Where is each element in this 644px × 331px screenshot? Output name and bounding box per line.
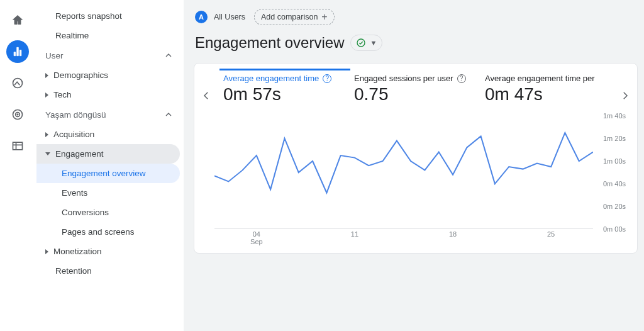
caret-icon xyxy=(45,152,50,155)
audience-label[interactable]: All Users xyxy=(213,10,249,24)
help-icon[interactable]: ? xyxy=(457,74,466,83)
scroll-right-button[interactable] xyxy=(616,90,635,101)
sidebar-item[interactable]: Retention xyxy=(36,261,180,281)
check-circle-icon xyxy=(356,38,366,48)
caret-icon xyxy=(45,269,50,274)
sidebar-item-label: Monetization xyxy=(53,247,174,256)
metric-title: Average engagement time per xyxy=(485,74,608,83)
caret-icon xyxy=(45,249,48,254)
sidebar-item-label: Retention xyxy=(55,266,174,276)
metric-title: Engaged sessions per user? xyxy=(354,74,477,83)
metrics-card: Average engagement time?0m 57sEngaged se… xyxy=(194,63,638,254)
svg-point-7 xyxy=(357,39,365,47)
engagement-chart: 0m 00s0m 20s0m 40s1m 00s1m 20s1m 40s 04S… xyxy=(214,116,593,242)
explore-icon[interactable] xyxy=(6,72,29,94)
home-icon[interactable] xyxy=(6,9,29,31)
sidebar-section[interactable]: Yaşam döngüsü xyxy=(36,104,180,125)
audience-badge[interactable]: A xyxy=(195,11,208,23)
sidebar-item-label: Engagement overview xyxy=(62,169,174,178)
nav-rail xyxy=(0,0,35,331)
sidebar-item-label: Realtime xyxy=(55,31,174,40)
y-axis-ticks: 0m 00s0m 20s0m 40s1m 00s1m 20s1m 40s xyxy=(596,116,626,229)
sidebar-item[interactable]: Demographics xyxy=(36,65,180,85)
add-comparison-label: Add comparison xyxy=(261,13,318,21)
sidebar-item-label: Acquisition xyxy=(53,130,174,139)
sidebar-item-label: Pages and screens xyxy=(62,227,174,237)
x-tick-label: 18 xyxy=(449,230,457,238)
x-tick-label: 25 xyxy=(547,230,555,238)
sidebar-item[interactable]: Monetization xyxy=(36,242,180,261)
x-tick-label: 04Sep xyxy=(250,230,263,245)
main-content: A All Users Add comparison + Engagement … xyxy=(184,0,644,331)
configure-icon[interactable] xyxy=(6,135,29,157)
caret-icon xyxy=(45,93,48,98)
page-title-row: Engagement overview ▼ xyxy=(184,30,644,63)
metric-tab[interactable]: Average engagement time per0m 47s xyxy=(481,69,612,111)
chevron-up-icon xyxy=(164,109,174,120)
x-axis-ticks: 04Sep111825 xyxy=(214,230,593,244)
sidebar-sub-item[interactable]: Engagement overview xyxy=(36,164,180,183)
sidebar-item-label: Events xyxy=(62,188,174,198)
y-tick-label: 1m 40s xyxy=(603,112,626,120)
sidebar-sub-item[interactable]: Conversions xyxy=(36,203,180,222)
metric-tab[interactable]: Engaged sessions per user?0.75 xyxy=(350,69,481,111)
metric-tab[interactable]: Average engagement time?0m 57s xyxy=(219,69,350,111)
metric-value: 0.75 xyxy=(354,84,477,104)
sidebar-item-label: Reports snapshot xyxy=(55,11,174,21)
metric-value: 0m 57s xyxy=(223,84,347,104)
sidebar-item[interactable]: Acquisition xyxy=(36,125,180,144)
audience-bar: A All Users Add comparison + xyxy=(184,0,644,30)
sidebar-item-label: Demographics xyxy=(53,70,174,80)
caret-icon xyxy=(45,73,48,78)
metric-title: Average engagement time? xyxy=(223,74,347,83)
metric-value: 0m 47s xyxy=(485,84,608,104)
sidebar-item-label: Tech xyxy=(53,90,174,99)
sidebar-item[interactable]: Reports snapshot xyxy=(36,6,180,26)
sidebar-sub-item[interactable]: Pages and screens xyxy=(36,222,180,242)
status-dropdown[interactable]: ▼ xyxy=(350,35,382,51)
reports-icon[interactable] xyxy=(6,40,29,63)
metrics-row: Average engagement time?0m 57sEngaged se… xyxy=(201,69,631,111)
y-tick-label: 0m 20s xyxy=(603,203,626,210)
scroll-left-button[interactable] xyxy=(197,90,216,101)
add-comparison-button[interactable]: Add comparison + xyxy=(254,9,335,25)
sidebar-item[interactable]: Tech xyxy=(36,85,180,104)
sidebar-section[interactable]: User xyxy=(36,45,180,65)
sidebar-section-label: User xyxy=(45,51,164,60)
svg-rect-4 xyxy=(13,142,23,150)
y-tick-label: 0m 40s xyxy=(603,180,626,188)
advertising-icon[interactable] xyxy=(6,103,29,126)
sidebar-item[interactable]: Engagement xyxy=(36,144,180,164)
caret-icon xyxy=(45,132,48,137)
y-tick-label: 1m 00s xyxy=(603,157,626,165)
sidebar-item-label: Engagement xyxy=(55,149,174,159)
page-title: Engagement overview xyxy=(195,34,344,52)
chevron-up-icon xyxy=(164,50,174,60)
sidebar-sub-item[interactable]: Events xyxy=(36,183,180,203)
sidebar-item[interactable]: Realtime xyxy=(36,26,180,45)
report-sidebar: Reports snapshotRealtimeUserDemographics… xyxy=(35,0,184,331)
svg-point-3 xyxy=(17,114,18,115)
y-tick-label: 1m 20s xyxy=(603,135,626,142)
x-tick-label: 11 xyxy=(351,230,358,238)
plus-icon: + xyxy=(321,12,327,22)
help-icon[interactable]: ? xyxy=(323,74,331,83)
sidebar-section-label: Yaşam döngüsü xyxy=(45,110,164,120)
sidebar-item-label: Conversions xyxy=(62,208,174,217)
y-tick-label: 0m 00s xyxy=(603,225,626,233)
chevron-down-icon: ▼ xyxy=(370,39,377,47)
